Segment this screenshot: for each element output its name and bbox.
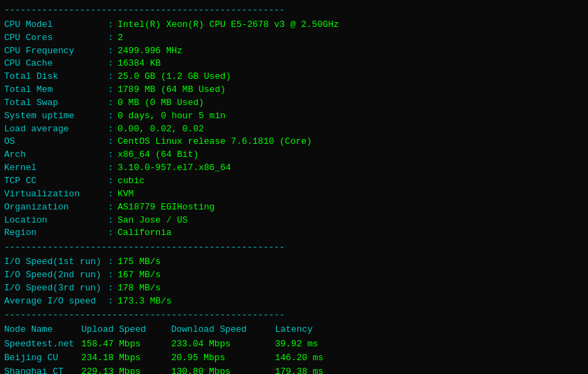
io2-value: 167 MB/s [118, 269, 160, 282]
os-row: OS : CentOS Linux release 7.6.1810 (Core… [4, 135, 584, 149]
total-disk-value: 25.0 GB (1.2 GB Used) [118, 71, 231, 84]
latency-cell: 39.92 ms [275, 338, 584, 352]
speed-table-header: Node Name Upload Speed Download Speed La… [4, 324, 584, 338]
col-upload-speed: Upload Speed [81, 324, 171, 338]
total-disk-label: Total Disk [4, 71, 108, 84]
cpu-cache-value: 16384 KB [118, 57, 160, 71]
cpu-cores-value: 2 [118, 32, 123, 45]
load-avg-value: 0.00, 0.02, 0.02 [118, 123, 204, 136]
region-label: Region [4, 227, 108, 240]
io2-label: I/O Speed(2nd run) [4, 269, 108, 282]
speed-test-table: Node Name Upload Speed Download Speed La… [4, 324, 584, 374]
col-latency: Latency [275, 324, 584, 338]
io-avg-label: Average I/O speed [4, 295, 108, 308]
cpu-model-value: Intel(R) Xeon(R) CPU E5-2678 v3 @ 2.50GH… [118, 19, 339, 32]
location-label: Location [4, 214, 108, 227]
io-avg-row: Average I/O speed : 173.3 MB/s [4, 295, 584, 308]
download-cell: 130.80 Mbps [171, 366, 275, 374]
cpu-freq-label: CPU Frequency [4, 45, 108, 58]
tcp-cc-value: cubic [118, 175, 145, 188]
virtualization-row: Virtualization : KVM [4, 188, 584, 201]
download-cell: 20.95 Mbps [171, 352, 275, 366]
organization-label: Organization [4, 201, 108, 214]
io3-row: I/O Speed(3rd run) : 178 MB/s [4, 282, 584, 295]
arch-label: Arch [4, 149, 108, 162]
total-mem-label: Total Mem [4, 84, 108, 97]
io-info-table: I/O Speed(1st run) : 175 MB/s I/O Speed(… [4, 256, 584, 308]
system-uptime-value: 0 days, 0 hour 5 min [118, 110, 226, 123]
virtualization-label: Virtualization [4, 188, 108, 201]
top-divider: ----------------------------------------… [4, 4, 584, 17]
cpu-cores-label: CPU Cores [4, 32, 108, 45]
cpu-model-row: CPU Model : Intel(R) Xeon(R) CPU E5-2678… [4, 19, 584, 32]
upload-cell: 234.18 Mbps [81, 352, 171, 366]
mid-divider: ----------------------------------------… [4, 241, 584, 254]
organization-row: Organization : AS18779 EGIHosting [4, 201, 584, 214]
system-uptime-row: System uptime : 0 days, 0 hour 5 min [4, 110, 584, 123]
speed-table-row: Beijing CU234.18 Mbps20.95 Mbps146.20 ms [4, 352, 584, 366]
cpu-freq-row: CPU Frequency : 2499.996 MHz [4, 45, 584, 58]
organization-value: AS18779 EGIHosting [118, 201, 214, 214]
location-value: San Jose / US [118, 214, 187, 227]
region-value: California [118, 227, 172, 240]
total-swap-row: Total Swap : 0 MB (0 MB Used) [4, 97, 584, 110]
virtualization-value: KVM [118, 188, 134, 201]
tcp-cc-row: TCP CC : cubic [4, 175, 584, 188]
kernel-row: Kernel : 3.10.0-957.el7.x86_64 [4, 162, 584, 175]
arch-row: Arch : x86_64 (64 Bit) [4, 149, 584, 162]
total-mem-row: Total Mem : 1789 MB (64 MB Used) [4, 84, 584, 97]
os-label: OS [4, 135, 108, 149]
total-swap-value: 0 MB (0 MB Used) [118, 97, 204, 110]
col-node-name: Node Name [4, 324, 81, 338]
cpu-cache-label: CPU Cache [4, 57, 108, 71]
latency-cell: 179.38 ms [275, 366, 584, 374]
total-mem-value: 1789 MB (64 MB Used) [118, 84, 226, 97]
col-download-speed: Download Speed [171, 324, 275, 338]
io3-value: 178 MB/s [118, 282, 160, 295]
io1-row: I/O Speed(1st run) : 175 MB/s [4, 256, 584, 269]
system-uptime-label: System uptime [4, 110, 108, 123]
io-avg-value: 173.3 MB/s [118, 295, 172, 308]
latency-cell: 146.20 ms [275, 352, 584, 366]
io3-label: I/O Speed(3rd run) [4, 282, 108, 295]
upload-cell: 229.13 Mbps [81, 366, 171, 374]
os-value: CentOS Linux release 7.6.1810 (Core) [118, 135, 312, 149]
download-cell: 233.04 Mbps [171, 338, 275, 352]
tcp-cc-label: TCP CC [4, 175, 108, 188]
io1-label: I/O Speed(1st run) [4, 256, 108, 269]
node-name-cell: Shanghai CT [4, 366, 81, 374]
load-avg-label: Load average [4, 123, 108, 136]
location-row: Location : San Jose / US [4, 214, 584, 227]
system-info-table: CPU Model : Intel(R) Xeon(R) CPU E5-2678… [4, 19, 584, 240]
load-avg-row: Load average : 0.00, 0.02, 0.02 [4, 123, 584, 136]
cpu-freq-value: 2499.996 MHz [118, 45, 183, 58]
cpu-cores-row: CPU Cores : 2 [4, 32, 584, 45]
io2-row: I/O Speed(2nd run) : 167 MB/s [4, 269, 584, 282]
io1-value: 175 MB/s [118, 256, 160, 269]
total-swap-label: Total Swap [4, 97, 108, 110]
kernel-label: Kernel [4, 162, 108, 175]
node-name-cell: Beijing CU [4, 352, 81, 366]
arch-value: x86_64 (64 Bit) [118, 149, 199, 162]
speed-table-row: Shanghai CT229.13 Mbps130.80 Mbps179.38 … [4, 366, 584, 374]
upload-cell: 158.47 Mbps [81, 338, 171, 352]
node-name-cell: Speedtest.net [4, 338, 81, 352]
speed-divider: ----------------------------------------… [4, 309, 584, 322]
cpu-model-label: CPU Model [4, 19, 108, 32]
region-row: Region : California [4, 227, 584, 240]
kernel-value: 3.10.0-957.el7.x86_64 [118, 162, 231, 175]
cpu-cache-row: CPU Cache : 16384 KB [4, 57, 584, 71]
total-disk-row: Total Disk : 25.0 GB (1.2 GB Used) [4, 71, 584, 84]
speed-table-row: Speedtest.net158.47 Mbps233.04 Mbps39.92… [4, 338, 584, 352]
